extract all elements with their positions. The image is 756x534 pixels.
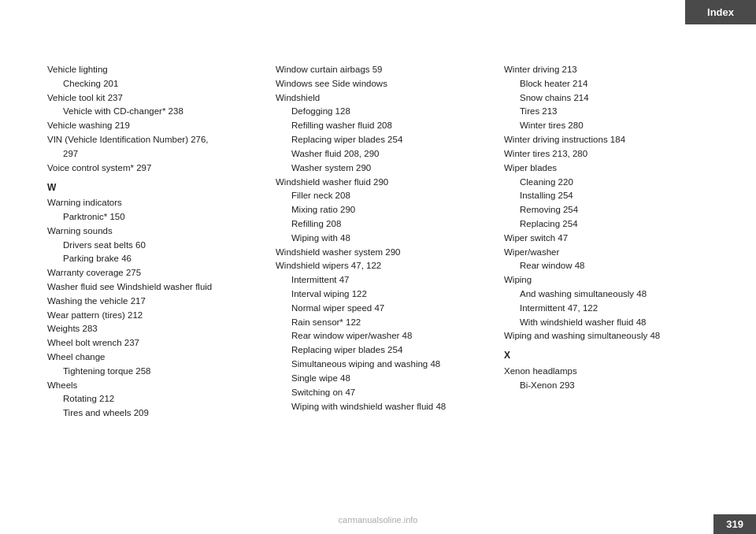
- index-entry: Wiping with windshield washer fluid 48: [276, 400, 480, 414]
- index-entry: Tires 213: [504, 105, 709, 119]
- index-entry: Drivers seat belts 60: [47, 239, 252, 253]
- index-entry: Windows see Side windows: [276, 77, 480, 91]
- index-entry: Wheel change: [47, 350, 252, 365]
- index-entry: Rotating 212: [47, 392, 252, 406]
- index-entry: Wiping with 48: [276, 232, 480, 246]
- index-entry: Vehicle washing 219: [47, 119, 252, 133]
- index-entry: X: [504, 348, 709, 363]
- index-entry: Parktronic* 150: [47, 210, 252, 224]
- index-entry: Warning indicators: [47, 196, 252, 210]
- index-entry: Wiper switch 47: [504, 232, 709, 246]
- index-entry: Snow chains 214: [504, 91, 709, 106]
- index-entry: Replacing wiper blades 254: [276, 343, 480, 358]
- index-entry: Windshield: [276, 91, 480, 106]
- index-entry: Wheel bolt wrench 237: [47, 336, 252, 350]
- index-entry: Rear window 48: [504, 259, 709, 273]
- index-entry: Xenon headlamps: [504, 365, 709, 379]
- index-entry: Interval wiping 122: [276, 287, 480, 302]
- index-entry: Tightening torque 258: [47, 365, 252, 379]
- index-entry: Washer system 290: [276, 161, 480, 176]
- index-entry: 297: [47, 147, 252, 161]
- index-entry: Wiper blades: [504, 161, 709, 176]
- index-entry: Replacing wiper blades 254: [276, 133, 480, 147]
- index-entry: Cleaning 220: [504, 176, 709, 190]
- index-entry: Washer fluid 208, 290: [276, 147, 480, 161]
- footer-page-number: 319: [713, 514, 756, 534]
- index-entry: Simultaneous wiping and washing 48: [276, 358, 480, 372]
- index-entry: Bi-Xenon 293: [504, 379, 709, 393]
- index-entry: Defogging 128: [276, 105, 480, 119]
- column-1: Vehicle lightingChecking 201Vehicle tool…: [47, 63, 252, 502]
- index-entry: Rear window wiper/washer 48: [276, 329, 480, 343]
- index-entry: Winter driving 213: [504, 63, 709, 77]
- index-entry: Filler neck 208: [276, 189, 480, 203]
- index-entry: Window curtain airbags 59: [276, 63, 480, 77]
- index-entry: Warranty coverage 275: [47, 266, 252, 280]
- index-entry: Windshield washer system 290: [276, 246, 480, 260]
- index-entry: Wear pattern (tires) 212: [47, 309, 252, 323]
- index-entry: Wiping and washing simultaneously 48: [504, 329, 709, 343]
- index-entry: Block heater 214: [504, 77, 709, 91]
- column-3: Winter driving 213Block heater 214Snow c…: [504, 63, 709, 502]
- index-entry: Winter tires 213, 280: [504, 147, 709, 161]
- index-entry: Washer fluid see Windshield washer fluid: [47, 280, 252, 295]
- index-entry: Refilling 208: [276, 217, 480, 232]
- index-entry: VIN (Vehicle Identification Number) 276,: [47, 133, 252, 147]
- index-entry: And washing simultaneously 48: [504, 287, 709, 302]
- index-entry: Vehicle tool kit 237: [47, 91, 252, 106]
- index-entry: Winter driving instructions 184: [504, 133, 709, 147]
- watermark: carmanualsoline.info: [339, 515, 418, 525]
- index-entry: Checking 201: [47, 77, 252, 91]
- column-2: Window curtain airbags 59Windows see Sid…: [276, 63, 480, 502]
- index-entry: W: [47, 180, 252, 195]
- index-entry: Normal wiper speed 47: [276, 302, 480, 316]
- content-area: Vehicle lightingChecking 201Vehicle tool…: [0, 63, 756, 502]
- index-entry: Intermittent 47, 122: [504, 302, 709, 316]
- index-entry: Refilling washer fluid 208: [276, 119, 480, 133]
- index-entry: Wiping: [504, 273, 709, 287]
- index-entry: Windshield washer fluid 290: [276, 176, 480, 190]
- index-entry: Mixing ratio 290: [276, 203, 480, 217]
- index-entry: Voice control system* 297: [47, 161, 252, 176]
- index-entry: Intermittent 47: [276, 273, 480, 287]
- index-entry: Weights 283: [47, 322, 252, 336]
- index-entry: Parking brake 46: [47, 252, 252, 266]
- index-entry: Tires and wheels 209: [47, 406, 252, 421]
- index-entry: Replacing 254: [504, 217, 709, 232]
- index-entry: Vehicle lighting: [47, 63, 252, 77]
- index-entry: Vehicle with CD-changer* 238: [47, 105, 252, 119]
- index-entry: Wheels: [47, 379, 252, 393]
- index-entry: Windshield wipers 47, 122: [276, 259, 480, 273]
- index-entry: Rain sensor* 122: [276, 316, 480, 330]
- index-entry: Removing 254: [504, 203, 709, 217]
- index-entry: Switching on 47: [276, 386, 480, 400]
- index-entry: Warning sounds: [47, 224, 252, 239]
- header-tab: Index: [685, 0, 756, 24]
- index-entry: With windshield washer fluid 48: [504, 316, 709, 330]
- index-entry: Wiper/washer: [504, 246, 709, 260]
- index-entry: Winter tires 280: [504, 119, 709, 133]
- index-entry: Washing the vehicle 217: [47, 295, 252, 309]
- index-entry: Installing 254: [504, 189, 709, 203]
- index-entry: Single wipe 48: [276, 372, 480, 386]
